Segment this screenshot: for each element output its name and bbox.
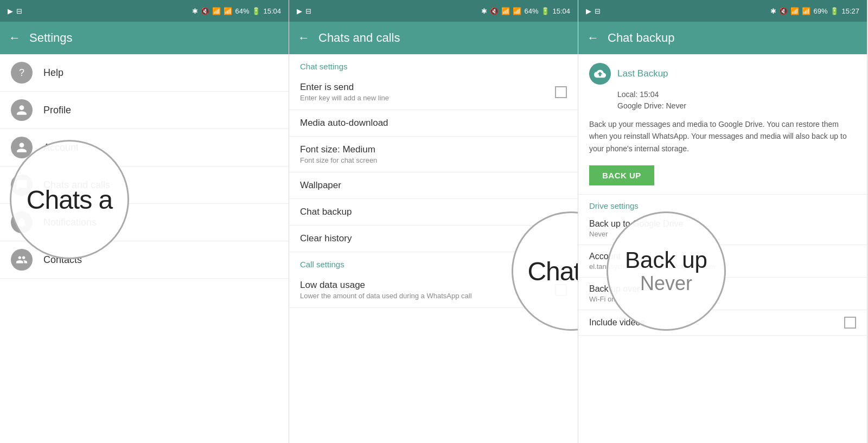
backup-gdrive-text: Google Drive: Never [617, 100, 856, 112]
backup-local-text: Local: 15:04 [617, 89, 856, 100]
backup-over-text: Back up over Wi-Fi only [589, 284, 640, 303]
back-button-1[interactable]: ← [9, 31, 21, 45]
contacts-icon [11, 249, 33, 271]
settings-item-notifications[interactable]: Notifications [0, 204, 289, 241]
battery-pct-3: 69% [813, 7, 827, 15]
status-bar-3: ▶ ⊟ ✱ 🔇 📶 📶 69% 🔋 15:27 [578, 0, 867, 22]
settings-notifications-label: Notifications [43, 217, 97, 228]
bluetooth-icon: ✱ [192, 7, 198, 15]
status-right-1: ✱ 🔇 📶 📶 64% 🔋 15:04 [192, 7, 281, 15]
enter-is-send-sub: Enter key will add a new line [300, 94, 555, 102]
account-icon [11, 137, 33, 158]
wallpaper-item[interactable]: Wallpaper [289, 172, 578, 199]
include-videos-item[interactable]: Include videos [578, 310, 867, 336]
include-videos-text: Include videos [589, 318, 644, 328]
time-2: 15:04 [552, 7, 570, 15]
low-data-item[interactable]: Low data usage Lower the amount of data … [289, 272, 578, 308]
mute-icon-3: 🔇 [779, 7, 788, 15]
wallpaper-title: Wallpaper [300, 180, 567, 191]
settings-list: ? Help Profile Account Chats and calls [0, 54, 289, 443]
signal-icon-2: 📶 [513, 7, 521, 15]
app-bar-3: ← Chat backup [578, 22, 867, 54]
settings-profile-label: Profile [43, 105, 71, 116]
settings-item-profile[interactable]: Profile [0, 92, 289, 129]
font-size-title: Font size: Medium [300, 144, 567, 155]
account-drive-title: Account [589, 252, 715, 261]
status-bar-1: ▶ ⊟ ✱ 🔇 📶 📶 64% 🔋 15:04 [0, 0, 289, 22]
media-download-item[interactable]: Media auto-download [289, 110, 578, 137]
time-3: 15:27 [841, 7, 859, 15]
enter-is-send-text: Enter is send Enter key will add a new l… [300, 82, 555, 102]
status-right-2: ✱ 🔇 📶 📶 64% 🔋 15:04 [481, 7, 570, 15]
help-icon: ? [11, 62, 33, 84]
page-title-2: Chats and calls [318, 31, 400, 45]
include-videos-checkbox[interactable] [844, 317, 856, 329]
last-backup-header: Last Backup [589, 63, 856, 85]
backup-over-title: Back up over [589, 284, 640, 294]
chat-backup-text: Chat backup [300, 207, 567, 217]
battery-pct-2: 64% [524, 7, 538, 15]
backup-to-drive-item[interactable]: Back up to Google Drive Never [578, 213, 867, 245]
page-title-3: Chat backup [608, 31, 675, 45]
profile-icon [11, 99, 33, 121]
settings-chats-label: Chats and calls [43, 179, 110, 191]
play-icon: ▶ [8, 7, 13, 15]
wifi-icon: 📶 [212, 7, 221, 15]
enter-send-checkbox[interactable] [555, 86, 567, 98]
clear-history-item[interactable]: Clear history [289, 226, 578, 252]
low-data-sub: Lower the amount of data used during a W… [300, 292, 555, 300]
wifi-icon-2: 📶 [501, 7, 510, 15]
mute-icon: 🔇 [201, 7, 209, 15]
image-icon-3: ⊟ [595, 7, 601, 15]
chat-backup-title: Chat backup [300, 207, 567, 217]
clear-history-text: Clear history [300, 233, 567, 244]
low-data-text: Low data usage Lower the amount of data … [300, 280, 555, 300]
settings-item-chats[interactable]: Chats and calls [0, 166, 289, 204]
settings-item-contacts[interactable]: Contacts [0, 241, 289, 279]
media-download-text: Media auto-download [300, 118, 567, 129]
chats-calls-list: Chat settings Enter is send Enter key wi… [289, 54, 578, 443]
bluetooth-icon-2: ✱ [481, 7, 487, 15]
backup-over-item[interactable]: Back up over Wi-Fi only [578, 278, 867, 310]
chat-backup-item[interactable]: Chat backup [289, 199, 578, 226]
settings-panel: ▶ ⊟ ✱ 🔇 📶 📶 64% 🔋 15:04 ← Settings ? Hel… [0, 0, 289, 443]
battery-icon-2: 🔋 [541, 7, 550, 15]
status-left-1: ▶ ⊟ [8, 7, 22, 15]
backup-button[interactable]: BACK UP [589, 165, 654, 185]
enter-is-send-item[interactable]: Enter is send Enter key will add a new l… [289, 74, 578, 110]
font-size-text: Font size: Medium Font size for chat scr… [300, 144, 567, 164]
settings-help-label: Help [43, 67, 63, 79]
app-bar-2: ← Chats and calls [289, 22, 578, 54]
page-title-1: Settings [29, 31, 73, 45]
cloud-upload-icon [589, 63, 611, 85]
back-button-3[interactable]: ← [587, 31, 599, 45]
chats-icon [11, 174, 33, 196]
account-drive-sub: el.tanasychuk@smartphoneexperts.com [589, 262, 715, 271]
call-settings-label: Call settings [289, 252, 578, 272]
backup-list: Last Backup Local: 15:04 Google Drive: N… [578, 54, 867, 443]
status-left-3: ▶ ⊟ [586, 7, 601, 15]
battery-icon-3: 🔋 [830, 7, 839, 15]
chats-calls-panel: ▶ ⊟ ✱ 🔇 📶 📶 64% 🔋 15:04 ← Chats and call… [289, 0, 578, 443]
image-icon: ⊟ [16, 7, 22, 15]
clear-history-title: Clear history [300, 233, 567, 244]
backup-over-sub: Wi-Fi only [589, 295, 640, 303]
include-videos-title: Include videos [589, 318, 644, 328]
chat-settings-label: Chat settings [289, 54, 578, 74]
drive-settings-label: Drive settings [578, 195, 867, 213]
signal-icon: 📶 [224, 7, 232, 15]
settings-item-account[interactable]: Account [0, 129, 289, 166]
media-download-title: Media auto-download [300, 118, 567, 129]
settings-item-help[interactable]: ? Help [0, 54, 289, 92]
font-size-item[interactable]: Font size: Medium Font size for chat scr… [289, 137, 578, 172]
bluetooth-icon-3: ✱ [770, 7, 776, 15]
back-button-2[interactable]: ← [298, 31, 310, 45]
image-icon-2: ⊟ [305, 7, 311, 15]
battery-pct-1: 64% [235, 7, 249, 15]
backup-to-drive-text: Back up to Google Drive Never [589, 219, 683, 238]
enter-is-send-title: Enter is send [300, 82, 555, 93]
account-drive-item[interactable]: Account el.tanasychuk@smartphoneexperts.… [578, 245, 867, 278]
time-1: 15:04 [263, 7, 281, 15]
low-data-checkbox[interactable] [555, 284, 567, 296]
last-backup-title: Last Backup [617, 68, 668, 79]
